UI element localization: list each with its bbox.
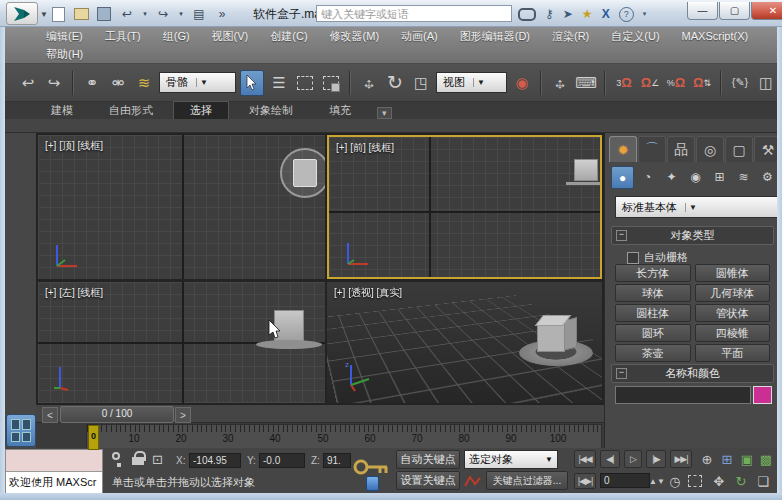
z-coordinate-field[interactable]: 91.: [323, 453, 351, 468]
redo-icon[interactable]: ↪: [43, 71, 65, 95]
name-color-rollout[interactable]: − 名称和颜色: [611, 364, 774, 383]
key-filters-button[interactable]: 关键点过滤器...: [486, 471, 568, 490]
bind-to-space-warp-icon[interactable]: ≋: [133, 71, 155, 95]
menu-edit[interactable]: 编辑(E): [35, 29, 94, 44]
previous-frame-button[interactable]: ◀|: [600, 450, 620, 468]
menu-modifiers[interactable]: 修改器(M): [319, 29, 391, 44]
transform-gizmo-icon[interactable]: ⊡: [152, 452, 163, 467]
y-coordinate-field[interactable]: -0.0: [259, 453, 305, 468]
zoom-all-icon[interactable]: ⊞: [718, 451, 736, 468]
maxscript-mini-listener[interactable]: 欢迎使用 MAXScr: [5, 449, 103, 494]
teapot-button[interactable]: 茶壶: [615, 344, 691, 362]
select-by-name-icon[interactable]: ☰: [268, 71, 290, 95]
autogrid-checkbox[interactable]: [627, 252, 639, 264]
menu-group[interactable]: 组(G): [152, 29, 201, 44]
infocenter-search-input[interactable]: 键入关键字或短语: [316, 5, 512, 22]
helpers-icon[interactable]: ⊞: [709, 166, 730, 187]
ribbon-tab-selection[interactable]: 选择: [173, 101, 229, 119]
project-folder-icon[interactable]: ▤: [191, 6, 207, 22]
subscription-key-icon[interactable]: ⚷: [545, 7, 554, 21]
exchange-x-icon[interactable]: X: [602, 7, 610, 21]
menu-graph-editors[interactable]: 图形编辑器(D): [449, 29, 541, 44]
lights-icon[interactable]: ✦: [661, 166, 682, 187]
frame-back-button[interactable]: <: [42, 407, 58, 423]
display-tab-icon[interactable]: ▢: [725, 136, 753, 162]
help-icon[interactable]: ?: [619, 7, 634, 22]
viewport-layout-button[interactable]: [6, 414, 36, 447]
set-key-button[interactable]: 设置关键点: [396, 471, 460, 490]
viewport-front-label[interactable]: [+] [前] [线框]: [336, 141, 394, 155]
notification-icon[interactable]: [366, 476, 379, 491]
auto-key-button[interactable]: 自动关键点: [396, 450, 460, 469]
play-button[interactable]: ▷: [624, 450, 642, 468]
viewport-perspective[interactable]: [+] [透视] [真实] z: [327, 282, 602, 403]
select-and-manipulate-icon[interactable]: ↔↕: [549, 71, 571, 95]
viewport-perspective-label[interactable]: [+] [透视] [真实]: [334, 286, 402, 300]
select-object-button[interactable]: [240, 70, 264, 96]
shapes-icon[interactable]: ◔: [637, 166, 658, 187]
zoom-extents-icon[interactable]: ▣: [738, 451, 756, 468]
selection-filter-dropdown[interactable]: 骨骼▼: [159, 72, 236, 93]
primitive-category-dropdown[interactable]: 标准基本体▼: [615, 196, 780, 218]
search-icon[interactable]: [518, 8, 536, 21]
key-mode-toggle-button[interactable]: |◀▶|: [574, 473, 596, 489]
menu-animation[interactable]: 动画(A): [390, 29, 449, 44]
object-color-swatch[interactable]: [753, 386, 772, 404]
time-marker[interactable]: 0: [88, 425, 99, 450]
undo-icon[interactable]: ↩: [119, 6, 135, 22]
rectangular-selection-region-icon[interactable]: [294, 71, 316, 95]
close-button[interactable]: ✕: [751, 2, 782, 20]
create-tab-icon[interactable]: ✹: [609, 136, 637, 162]
box-button[interactable]: 长方体: [615, 264, 691, 282]
viewport-left-label[interactable]: [+] [左] [线框]: [45, 286, 103, 300]
app-menu-button[interactable]: [6, 2, 38, 25]
go-to-start-button[interactable]: |◀◀: [574, 450, 596, 468]
viewport-left[interactable]: [+] [左] [线框]: [38, 282, 325, 403]
use-pivot-point-icon[interactable]: ◉: [511, 71, 533, 95]
cameras-icon[interactable]: ◉: [685, 166, 706, 187]
redo-caret-icon[interactable]: ▾: [178, 6, 184, 22]
systems-icon[interactable]: ⚙: [757, 166, 778, 187]
angle-snap-icon[interactable]: Ω∠: [639, 71, 661, 95]
time-configuration-icon[interactable]: ◷: [666, 473, 684, 489]
viewport-front[interactable]: [+] [前] [线框]: [327, 135, 602, 279]
next-frame-button[interactable]: |▶: [646, 450, 666, 468]
menu-views[interactable]: 视图(V): [201, 29, 260, 44]
modify-tab-icon[interactable]: ⌒: [638, 136, 666, 162]
redo-icon[interactable]: ↪: [155, 6, 171, 22]
cone-button[interactable]: 圆锥体: [695, 264, 771, 282]
ribbon-tab-modeling[interactable]: 建模: [35, 102, 89, 119]
unlink-selection-icon[interactable]: ⚮: [107, 71, 129, 95]
listener-text[interactable]: 欢迎使用 MAXScr: [6, 472, 102, 494]
communication-cursor-icon[interactable]: ➤: [563, 7, 573, 21]
scene-object-front-view[interactable]: [566, 159, 602, 185]
undo-caret-icon[interactable]: ▾: [142, 6, 148, 22]
torus-button[interactable]: 圆环: [615, 324, 691, 342]
space-warps-icon[interactable]: ≋: [733, 166, 754, 187]
current-frame-field[interactable]: 0: [600, 473, 650, 488]
collapse-icon[interactable]: −: [616, 230, 627, 241]
orbit-icon[interactable]: ↻: [732, 473, 750, 489]
select-and-scale-icon[interactable]: ◳: [410, 71, 432, 95]
time-slider[interactable]: 0 / 100: [60, 406, 174, 423]
hierarchy-tab-icon[interactable]: 品: [667, 136, 695, 162]
object-type-rollout[interactable]: − 对象类型: [611, 226, 774, 245]
keyboard-shortcut-override-icon[interactable]: ⌨: [575, 71, 597, 95]
track-bar-ruler[interactable]: 0 10 20 30 40 50 60 70 80 90 100: [86, 424, 602, 449]
new-scene-icon[interactable]: [50, 6, 66, 22]
scene-object-top-view[interactable]: [280, 148, 325, 198]
scene-object-perspective-view[interactable]: [517, 310, 597, 368]
listener-macro-row[interactable]: [6, 450, 102, 472]
minimize-button[interactable]: —: [687, 2, 718, 20]
select-and-rotate-icon[interactable]: ↻: [384, 71, 406, 95]
collapse-icon[interactable]: −: [616, 368, 627, 379]
undo-icon[interactable]: ↩: [17, 71, 39, 95]
viewport-top-label[interactable]: [+] [顶] [线框]: [45, 139, 103, 153]
menu-maxscript[interactable]: MAXScript(X): [671, 30, 760, 42]
maximize-button[interactable]: ▢: [719, 2, 750, 20]
window-crossing-icon[interactable]: [320, 71, 342, 95]
viewport-top[interactable]: [+] [顶] [线框]: [38, 135, 325, 279]
save-file-icon[interactable]: [96, 6, 112, 22]
track-bar[interactable]: 0 10 20 30 40 50 60 70 80 90 100: [36, 423, 604, 448]
cylinder-button[interactable]: 圆柱体: [615, 304, 691, 322]
